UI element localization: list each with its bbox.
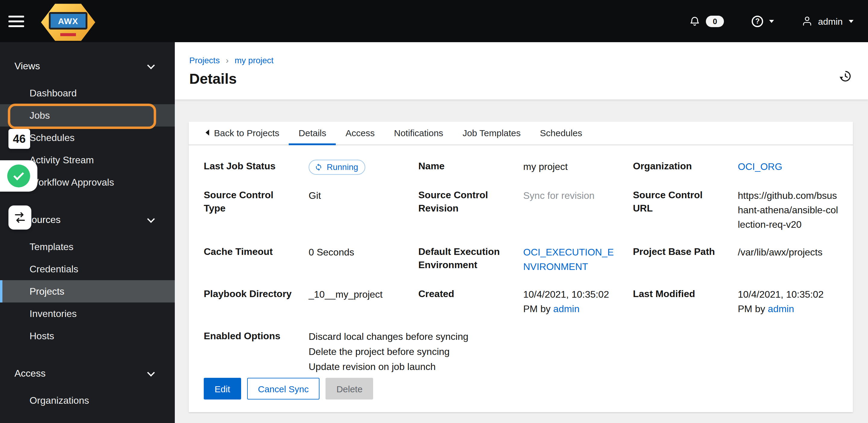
field-value-name: my project [523,160,620,175]
nav-item-label: Workflow Approvals [30,177,114,188]
field-value-source-control-revision: Sync for revision [523,189,620,232]
tab-schedules[interactable]: Schedules [530,122,592,145]
sidebar-item-hosts[interactable]: Hosts [0,325,175,347]
tab-label: Back to Projects [214,127,279,138]
status-badge-label: Running [327,161,358,173]
bell-icon [689,15,701,27]
tab-label: Job Templates [463,127,521,138]
masthead-toolbar: 0 ? admin [689,15,854,27]
question-circle-icon: ? [752,15,763,27]
checkmark-icon [13,169,24,180]
swap-arrows-icon [13,211,27,224]
sidebar-item-templates[interactable]: Templates [0,236,175,258]
sidebar-nav: Views Dashboard Jobs Schedules Activity … [0,42,175,423]
edit-button[interactable]: Edit [204,378,241,399]
username-label: admin [818,16,843,26]
nav-item-label: Organizations [30,395,89,406]
notifications-button[interactable]: 0 [689,15,724,27]
breadcrumb-projects-link[interactable]: Projects [189,56,220,65]
tab-back-to-projects[interactable]: Back to Projects [196,122,289,145]
tab-label: Schedules [540,127,582,138]
field-value-last-job-status: Running [309,160,405,175]
content-area: Back to Projects Details Access Notifica… [175,99,868,423]
sidebar-item-projects[interactable]: Projects [0,280,175,302]
breadcrumb: Projects › my project [189,56,854,65]
execution-environment-link[interactable]: OCI_EXECUTION_ENVIRONMENT [523,247,614,272]
tab-label: Details [299,127,327,138]
field-value-enabled-options: Discard local changes before syncing Del… [309,330,838,375]
caret-down-icon [849,20,854,23]
page-title: Details [189,70,854,87]
nav-item-label: Templates [30,241,73,252]
nav-item-label: Inventories [30,308,77,319]
annotation-step-number: 46 [8,129,30,149]
field-value-default-execution-environment: OCI_EXECUTION_ENVIRONMENT [523,245,620,274]
chevron-down-icon [147,368,155,376]
annotation-swap-panel [8,205,31,230]
help-menu-button[interactable]: ? [752,15,774,27]
enabled-option: Discard local changes before syncing [309,330,838,345]
sidebar-item-credentials[interactable]: Credentials [0,258,175,280]
status-badge-running[interactable]: Running [309,160,365,175]
field-label-last-job-status: Last Job Status [204,160,296,175]
field-label-playbook-directory: Playbook Directory [204,287,296,316]
logo-stand [60,33,76,36]
main-area: Projects › my project Details [175,42,868,423]
nav-list-resources: Templates Credentials Projects Inventori… [0,236,175,347]
field-label-last-modified: Last Modified [633,287,724,316]
enabled-option: Delete the project before syncing [309,345,838,360]
annotation-success-panel [0,160,37,192]
awx-logo[interactable]: AWX [41,3,95,41]
nav-section-views[interactable]: Views [0,56,175,77]
nav-toggle-icon[interactable] [8,13,24,29]
tab-job-templates[interactable]: Job Templates [453,122,530,145]
cancel-sync-button[interactable]: Cancel Sync [247,378,319,399]
field-value-cache-timeout: 0 Seconds [309,245,405,274]
page-header: Projects › my project Details [175,42,868,99]
history-icon[interactable] [839,70,852,83]
nav-item-label: Credentials [30,264,79,274]
nav-item-label: Dashboard [30,88,77,99]
masthead: AWX 0 ? [0,0,868,42]
chevron-down-icon [147,61,155,69]
caret-down-icon [769,20,774,23]
tab-access[interactable]: Access [336,122,384,145]
tab-label: Notifications [394,127,443,138]
user-menu-button[interactable]: admin [802,16,854,27]
tab-details[interactable]: Details [289,122,336,145]
sidebar-item-dashboard[interactable]: Dashboard [0,82,175,104]
field-label-created: Created [418,287,510,316]
field-value-source-control-type: Git [309,189,405,232]
nav-item-label: Hosts [30,330,54,341]
field-label-cache-timeout: Cache Timeout [204,245,296,274]
sidebar-item-inventories[interactable]: Inventories [0,302,175,325]
field-label-name: Name [418,160,510,175]
field-label-project-base-path: Project Base Path [633,245,724,274]
enabled-option: Update revision on job launch [309,359,838,375]
chevron-down-icon [147,215,155,222]
nav-section-access[interactable]: Access [0,363,175,384]
created-by-admin-link[interactable]: admin [553,304,580,314]
field-value-created: 10/4/2021, 10:35:02 PM by admin [523,287,620,316]
sync-icon [315,163,322,171]
details-card: Back to Projects Details Access Notifica… [189,122,853,412]
breadcrumb-current-link[interactable]: my project [235,56,274,65]
annotation-highlight-jobs [8,104,156,129]
caret-left-icon [206,130,209,136]
tabs-bar: Back to Projects Details Access Notifica… [189,122,853,145]
nav-section-label: Access [14,368,45,379]
action-buttons: Edit Cancel Sync Delete [189,378,853,412]
tab-notifications[interactable]: Notifications [384,122,453,145]
nav-item-label: Projects [30,286,64,297]
nav-list-access: Organizations [0,389,175,412]
organization-link[interactable]: OCI_ORG [738,161,782,172]
sidebar-item-organizations[interactable]: Organizations [0,389,175,412]
modified-by-admin-link[interactable]: admin [768,304,794,314]
nav-section-label: Views [14,61,40,72]
field-value-source-control-url: https://github.com/bsushant-athena/ansib… [738,189,838,232]
field-value-organization: OCI_ORG [738,160,838,175]
field-label-enabled-options: Enabled Options [204,330,296,375]
field-label-organization: Organization [633,160,724,175]
user-icon [802,16,812,27]
logo-text: AWX [58,16,79,26]
